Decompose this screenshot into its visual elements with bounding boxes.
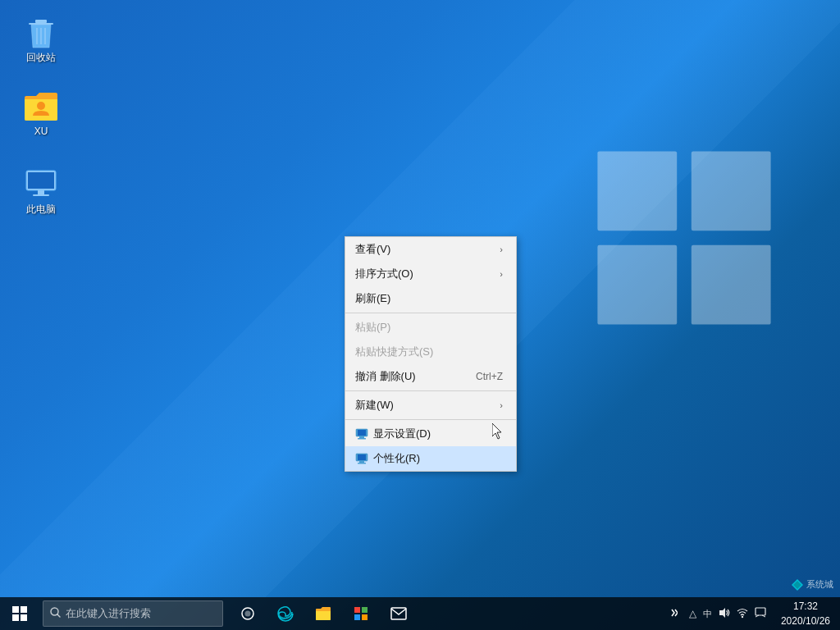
svg-rect-26 xyxy=(12,614,19,621)
taskbar-icons xyxy=(230,597,417,630)
tray-volume-icon[interactable] xyxy=(717,607,732,621)
svg-rect-19 xyxy=(358,454,366,460)
start-button[interactable] xyxy=(0,597,39,630)
svg-rect-20 xyxy=(359,461,364,463)
taskbar: 在此键入进行搜索 xyxy=(0,597,840,630)
tray-clock[interactable]: 17:32 2020/10/26 xyxy=(774,597,837,630)
svg-rect-24 xyxy=(12,606,19,613)
search-icon xyxy=(50,607,61,620)
svg-rect-1 xyxy=(692,151,771,231)
recycle-bin-icon xyxy=(25,16,57,48)
desktop-icon-recycle-bin[interactable]: 回收站 xyxy=(12,12,70,68)
svg-point-38 xyxy=(742,615,743,617)
svg-rect-16 xyxy=(359,436,364,438)
watermark: 系统城 xyxy=(792,578,833,591)
svg-point-9 xyxy=(37,102,45,110)
svg-rect-34 xyxy=(354,614,360,620)
tray-expand-button[interactable] xyxy=(668,608,681,619)
taskbar-explorer[interactable] xyxy=(305,597,341,630)
svg-rect-13 xyxy=(33,194,49,196)
tray-time: 17:32 xyxy=(793,599,818,614)
svg-rect-21 xyxy=(358,463,366,464)
context-menu-sep2 xyxy=(345,390,516,391)
system-tray: △ 中 xyxy=(668,597,840,630)
context-menu: 查看(V) › 排序方式(O) › 刷新(E) 粘贴(P) 粘贴快捷方式(S) … xyxy=(345,236,517,472)
tray-network-icon[interactable] xyxy=(735,607,750,621)
xu-label: XU xyxy=(16,126,66,139)
tray-ime-icon[interactable]: 中 xyxy=(701,608,714,620)
this-pc-label: 此电脑 xyxy=(16,203,66,217)
svg-line-29 xyxy=(57,614,60,617)
context-menu-sep1 xyxy=(345,313,516,313)
search-placeholder-text: 在此键入进行搜索 xyxy=(66,606,151,621)
context-menu-refresh[interactable]: 刷新(E) xyxy=(345,286,516,311)
taskbar-mail[interactable] xyxy=(381,597,417,630)
svg-point-31 xyxy=(245,611,251,617)
svg-rect-36 xyxy=(391,608,406,619)
svg-marker-22 xyxy=(792,579,803,591)
this-pc-icon xyxy=(25,167,57,200)
desktop-icon-xu[interactable]: XU xyxy=(12,86,70,142)
svg-rect-11 xyxy=(28,172,54,189)
context-menu-new[interactable]: 新建(W) › xyxy=(345,393,516,418)
display-settings-icon xyxy=(355,427,370,441)
svg-rect-15 xyxy=(358,430,366,436)
svg-rect-27 xyxy=(21,614,27,621)
tray-date: 2020/10/26 xyxy=(781,614,830,628)
taskbar-store[interactable] xyxy=(343,597,379,630)
svg-marker-37 xyxy=(719,608,725,618)
svg-rect-33 xyxy=(362,607,368,613)
context-menu-paste-shortcut[interactable]: 粘贴快捷方式(S) xyxy=(345,340,516,364)
svg-rect-17 xyxy=(358,438,366,440)
tray-notification-icon[interactable]: △ xyxy=(687,608,698,619)
tray-icons-group: △ 中 xyxy=(681,597,774,630)
taskbar-edge[interactable] xyxy=(267,597,304,630)
desktop-icon-this-pc[interactable]: 此电脑 xyxy=(12,164,70,220)
tray-action-center-icon[interactable] xyxy=(753,607,768,621)
windows-logo-background xyxy=(594,148,774,328)
svg-rect-5 xyxy=(35,20,47,23)
context-menu-display-settings[interactable]: 显示设置(D) xyxy=(345,422,516,446)
svg-rect-12 xyxy=(38,190,44,194)
context-menu-sort-by[interactable]: 排序方式(O) › xyxy=(345,262,516,286)
svg-rect-39 xyxy=(756,608,765,615)
context-menu-undo-delete[interactable]: 撤消 删除(U) Ctrl+Z xyxy=(345,364,516,389)
watermark-text: 系统城 xyxy=(806,578,833,591)
context-menu-sep3 xyxy=(345,419,516,420)
svg-marker-23 xyxy=(793,581,801,589)
svg-rect-2 xyxy=(597,245,677,325)
search-bar[interactable]: 在此键入进行搜索 xyxy=(43,600,223,627)
desktop: 回收站 XU 此电脑 xyxy=(0,0,840,630)
svg-rect-3 xyxy=(692,245,771,325)
xu-icon xyxy=(25,89,57,122)
recycle-bin-label: 回收站 xyxy=(16,52,66,65)
personalize-icon xyxy=(355,452,370,465)
taskbar-task-view[interactable] xyxy=(230,597,266,630)
context-menu-personalize[interactable]: 个性化(R) xyxy=(345,446,516,471)
svg-rect-4 xyxy=(29,23,53,25)
context-menu-paste[interactable]: 粘贴(P) xyxy=(345,315,516,340)
svg-rect-25 xyxy=(21,606,27,613)
svg-rect-35 xyxy=(362,614,368,620)
svg-rect-32 xyxy=(354,607,360,613)
svg-rect-0 xyxy=(597,151,677,231)
context-menu-view[interactable]: 查看(V) › xyxy=(345,237,516,262)
